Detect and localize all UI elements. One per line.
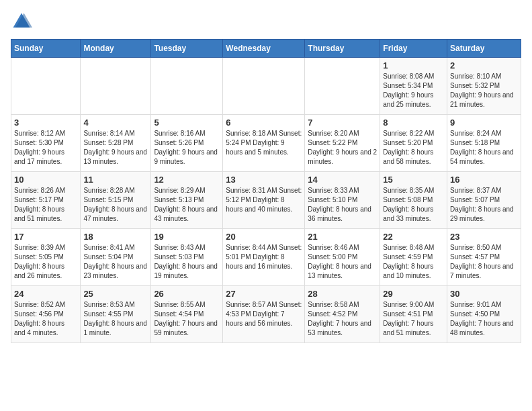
calendar-cell: 2Sunrise: 8:10 AM Sunset: 5:32 PM Daylig… bbox=[447, 58, 521, 115]
header-row: SundayMondayTuesdayWednesdayThursdayFrid… bbox=[11, 40, 521, 58]
day-info: Sunrise: 8:44 AM Sunset: 5:01 PM Dayligh… bbox=[226, 243, 302, 271]
calendar-cell: 29Sunrise: 9:00 AM Sunset: 4:51 PM Dayli… bbox=[380, 286, 447, 343]
calendar-header: SundayMondayTuesdayWednesdayThursdayFrid… bbox=[11, 40, 521, 58]
day-number: 2 bbox=[450, 60, 518, 71]
day-info: Sunrise: 8:46 AM Sunset: 5:00 PM Dayligh… bbox=[308, 243, 377, 281]
day-info: Sunrise: 9:01 AM Sunset: 4:50 PM Dayligh… bbox=[450, 300, 518, 338]
day-number: 27 bbox=[226, 289, 302, 299]
day-number: 30 bbox=[450, 289, 518, 299]
day-number: 26 bbox=[154, 289, 220, 299]
day-number: 3 bbox=[14, 118, 77, 128]
day-info: Sunrise: 8:10 AM Sunset: 5:32 PM Dayligh… bbox=[450, 72, 518, 109]
calendar-cell: 18Sunrise: 8:41 AM Sunset: 5:04 PM Dayli… bbox=[81, 229, 151, 286]
calendar-cell: 8Sunrise: 8:22 AM Sunset: 5:20 PM Daylig… bbox=[380, 115, 447, 172]
day-number: 6 bbox=[226, 118, 302, 128]
calendar-cell bbox=[151, 58, 223, 115]
calendar-week-row: 17Sunrise: 8:39 AM Sunset: 5:05 PM Dayli… bbox=[11, 229, 521, 286]
calendar-cell: 20Sunrise: 8:44 AM Sunset: 5:01 PM Dayli… bbox=[223, 229, 305, 286]
day-number: 29 bbox=[383, 289, 444, 299]
calendar-cell bbox=[223, 58, 305, 115]
calendar-week-row: 1Sunrise: 8:08 AM Sunset: 5:34 PM Daylig… bbox=[11, 58, 521, 115]
header-day: Wednesday bbox=[223, 40, 305, 58]
day-number: 22 bbox=[383, 232, 444, 242]
day-number: 24 bbox=[14, 289, 77, 299]
day-number: 4 bbox=[83, 118, 148, 128]
day-info: Sunrise: 8:43 AM Sunset: 5:03 PM Dayligh… bbox=[154, 243, 220, 281]
calendar-cell: 1Sunrise: 8:08 AM Sunset: 5:34 PM Daylig… bbox=[380, 58, 447, 115]
day-info: Sunrise: 8:58 AM Sunset: 4:52 PM Dayligh… bbox=[308, 300, 377, 338]
day-number: 13 bbox=[226, 175, 302, 185]
day-number: 12 bbox=[154, 175, 220, 185]
day-number: 7 bbox=[308, 118, 377, 128]
header-day: Monday bbox=[81, 40, 151, 58]
day-info: Sunrise: 8:28 AM Sunset: 5:15 PM Dayligh… bbox=[83, 186, 148, 224]
header-day: Saturday bbox=[447, 40, 521, 58]
calendar-cell: 19Sunrise: 8:43 AM Sunset: 5:03 PM Dayli… bbox=[151, 229, 223, 286]
calendar-cell: 22Sunrise: 8:48 AM Sunset: 4:59 PM Dayli… bbox=[380, 229, 447, 286]
day-info: Sunrise: 8:16 AM Sunset: 5:26 PM Dayligh… bbox=[154, 129, 220, 167]
day-number: 1 bbox=[383, 60, 444, 71]
day-number: 18 bbox=[83, 232, 148, 242]
day-number: 28 bbox=[308, 289, 377, 299]
day-info: Sunrise: 8:33 AM Sunset: 5:10 PM Dayligh… bbox=[308, 186, 377, 224]
day-number: 20 bbox=[226, 232, 302, 242]
day-info: Sunrise: 8:55 AM Sunset: 4:54 PM Dayligh… bbox=[154, 300, 220, 338]
calendar-cell: 12Sunrise: 8:29 AM Sunset: 5:13 PM Dayli… bbox=[151, 172, 223, 229]
header-day: Tuesday bbox=[151, 40, 223, 58]
day-number: 9 bbox=[450, 118, 518, 128]
calendar-cell: 23Sunrise: 8:50 AM Sunset: 4:57 PM Dayli… bbox=[447, 229, 521, 286]
day-info: Sunrise: 8:41 AM Sunset: 5:04 PM Dayligh… bbox=[83, 243, 148, 281]
calendar-cell: 30Sunrise: 9:01 AM Sunset: 4:50 PM Dayli… bbox=[447, 286, 521, 343]
calendar-body: 1Sunrise: 8:08 AM Sunset: 5:34 PM Daylig… bbox=[11, 58, 521, 343]
day-number: 25 bbox=[83, 289, 148, 299]
header-day: Sunday bbox=[11, 40, 81, 58]
day-info: Sunrise: 8:35 AM Sunset: 5:08 PM Dayligh… bbox=[383, 186, 444, 224]
calendar-cell: 9Sunrise: 8:24 AM Sunset: 5:18 PM Daylig… bbox=[447, 115, 521, 172]
calendar-cell: 21Sunrise: 8:46 AM Sunset: 5:00 PM Dayli… bbox=[305, 229, 380, 286]
day-number: 10 bbox=[14, 175, 77, 185]
day-number: 5 bbox=[154, 118, 220, 128]
day-number: 16 bbox=[450, 175, 518, 185]
day-info: Sunrise: 8:39 AM Sunset: 5:05 PM Dayligh… bbox=[14, 243, 77, 281]
day-info: Sunrise: 8:29 AM Sunset: 5:13 PM Dayligh… bbox=[154, 186, 220, 224]
day-info: Sunrise: 8:26 AM Sunset: 5:17 PM Dayligh… bbox=[14, 186, 77, 224]
day-number: 21 bbox=[308, 232, 377, 242]
day-number: 19 bbox=[154, 232, 220, 242]
day-info: Sunrise: 8:12 AM Sunset: 5:30 PM Dayligh… bbox=[14, 129, 77, 167]
day-info: Sunrise: 8:48 AM Sunset: 4:59 PM Dayligh… bbox=[383, 243, 444, 281]
calendar-cell: 7Sunrise: 8:20 AM Sunset: 5:22 PM Daylig… bbox=[305, 115, 380, 172]
day-info: Sunrise: 8:31 AM Sunset: 5:12 PM Dayligh… bbox=[226, 186, 302, 214]
page-header bbox=[11, 11, 521, 32]
day-info: Sunrise: 8:18 AM Sunset: 5:24 PM Dayligh… bbox=[226, 129, 302, 157]
day-info: Sunrise: 8:24 AM Sunset: 5:18 PM Dayligh… bbox=[450, 129, 518, 167]
day-number: 14 bbox=[308, 175, 377, 185]
header-day: Thursday bbox=[305, 40, 380, 58]
calendar-cell: 6Sunrise: 8:18 AM Sunset: 5:24 PM Daylig… bbox=[223, 115, 305, 172]
day-number: 11 bbox=[83, 175, 148, 185]
day-info: Sunrise: 9:00 AM Sunset: 4:51 PM Dayligh… bbox=[383, 300, 444, 338]
calendar-week-row: 24Sunrise: 8:52 AM Sunset: 4:56 PM Dayli… bbox=[11, 286, 521, 343]
day-number: 15 bbox=[383, 175, 444, 185]
calendar-cell: 10Sunrise: 8:26 AM Sunset: 5:17 PM Dayli… bbox=[11, 172, 81, 229]
day-info: Sunrise: 8:57 AM Sunset: 4:53 PM Dayligh… bbox=[226, 300, 302, 328]
day-info: Sunrise: 8:08 AM Sunset: 5:34 PM Dayligh… bbox=[383, 72, 444, 109]
calendar-cell: 5Sunrise: 8:16 AM Sunset: 5:26 PM Daylig… bbox=[151, 115, 223, 172]
calendar-cell: 16Sunrise: 8:37 AM Sunset: 5:07 PM Dayli… bbox=[447, 172, 521, 229]
calendar-cell: 13Sunrise: 8:31 AM Sunset: 5:12 PM Dayli… bbox=[223, 172, 305, 229]
day-info: Sunrise: 8:37 AM Sunset: 5:07 PM Dayligh… bbox=[450, 186, 518, 224]
day-info: Sunrise: 8:22 AM Sunset: 5:20 PM Dayligh… bbox=[383, 129, 444, 167]
calendar-week-row: 3Sunrise: 8:12 AM Sunset: 5:30 PM Daylig… bbox=[11, 115, 521, 172]
calendar-cell: 17Sunrise: 8:39 AM Sunset: 5:05 PM Dayli… bbox=[11, 229, 81, 286]
logo-icon bbox=[11, 11, 32, 32]
day-number: 23 bbox=[450, 232, 518, 242]
header-day: Friday bbox=[380, 40, 447, 58]
calendar-cell: 4Sunrise: 8:14 AM Sunset: 5:28 PM Daylig… bbox=[81, 115, 151, 172]
calendar-cell bbox=[305, 58, 380, 115]
calendar-cell: 11Sunrise: 8:28 AM Sunset: 5:15 PM Dayli… bbox=[81, 172, 151, 229]
day-info: Sunrise: 8:53 AM Sunset: 4:55 PM Dayligh… bbox=[83, 300, 148, 338]
day-info: Sunrise: 8:52 AM Sunset: 4:56 PM Dayligh… bbox=[14, 300, 77, 338]
calendar-cell: 26Sunrise: 8:55 AM Sunset: 4:54 PM Dayli… bbox=[151, 286, 223, 343]
day-info: Sunrise: 8:50 AM Sunset: 4:57 PM Dayligh… bbox=[450, 243, 518, 281]
calendar-week-row: 10Sunrise: 8:26 AM Sunset: 5:17 PM Dayli… bbox=[11, 172, 521, 229]
day-info: Sunrise: 8:20 AM Sunset: 5:22 PM Dayligh… bbox=[308, 129, 377, 167]
